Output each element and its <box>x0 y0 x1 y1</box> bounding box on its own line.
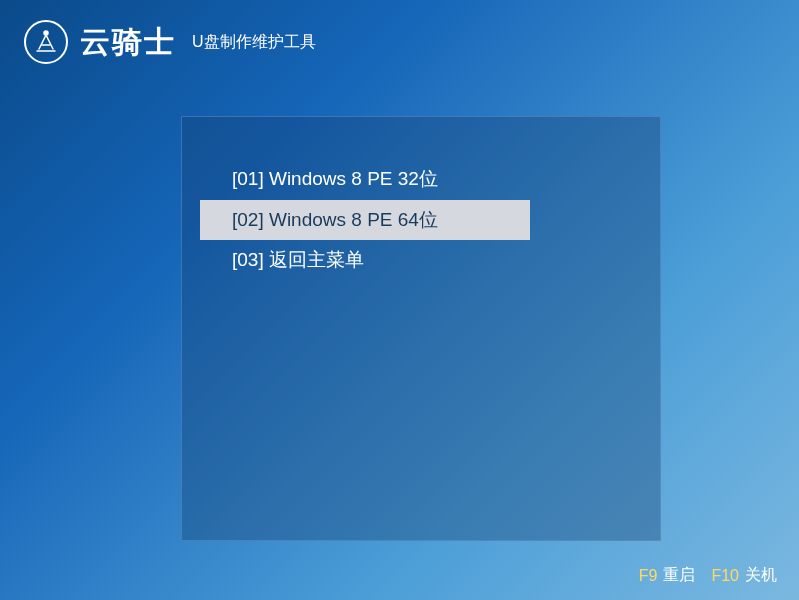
menu-item-win8pe-32[interactable]: [01] Windows 8 PE 32位 <box>182 159 660 200</box>
footer-reboot[interactable]: F9 重启 <box>639 565 696 586</box>
footer-key-f9: F9 <box>639 567 658 585</box>
svg-point-0 <box>44 31 48 35</box>
brand-name: 云骑士 <box>80 22 176 63</box>
footer: F9 重启 F10 关机 <box>639 565 777 586</box>
footer-key-f10: F10 <box>711 567 739 585</box>
header: 云骑士 U盘制作维护工具 <box>0 0 799 84</box>
menu-item-win8pe-64[interactable]: [02] Windows 8 PE 64位 <box>200 200 530 241</box>
menu-item-back[interactable]: [03] 返回主菜单 <box>182 240 660 281</box>
boot-menu-panel: [01] Windows 8 PE 32位 [02] Windows 8 PE … <box>181 116 661 541</box>
footer-label-reboot: 重启 <box>663 565 695 586</box>
footer-shutdown[interactable]: F10 关机 <box>711 565 777 586</box>
brand-logo-icon <box>24 20 68 64</box>
subtitle: U盘制作维护工具 <box>192 32 316 53</box>
footer-label-shutdown: 关机 <box>745 565 777 586</box>
